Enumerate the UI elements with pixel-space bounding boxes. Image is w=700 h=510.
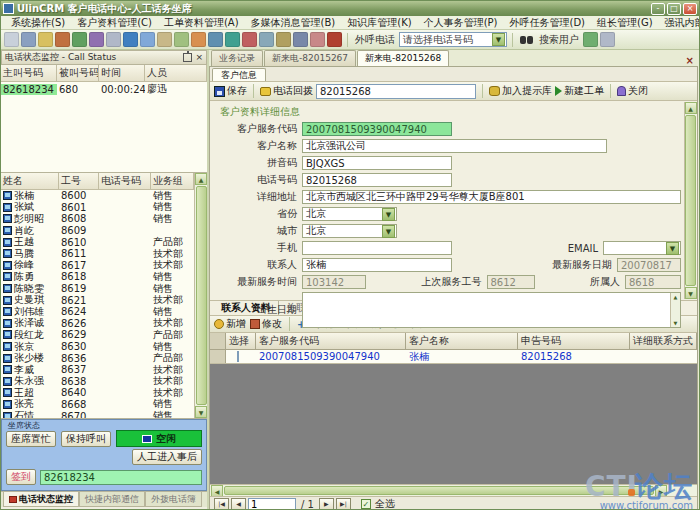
- message-icon[interactable]: [310, 32, 325, 47]
- checkin-number-field[interactable]: [40, 470, 202, 485]
- phone-number-field[interactable]: [302, 173, 452, 187]
- detail-icon[interactable]: [157, 32, 172, 47]
- phone-number-select[interactable]: 请选择电话号码 ▼: [399, 32, 507, 47]
- next-page-button[interactable]: ▶: [319, 498, 334, 510]
- menu-item[interactable]: 多媒体消息管理(B): [245, 16, 342, 30]
- pin-icon[interactable]: [183, 53, 192, 62]
- contact-field[interactable]: [302, 258, 452, 272]
- page-number-input[interactable]: [248, 498, 296, 510]
- scroll-right-icon[interactable]: ▶: [655, 485, 667, 497]
- session-tab-0[interactable]: 业务记录: [211, 50, 263, 66]
- contact-row[interactable]: 2007081509390047940张楠82015268: [210, 350, 697, 364]
- scroll-thumb[interactable]: [224, 486, 654, 495]
- group-icon[interactable]: [259, 32, 274, 47]
- close-button[interactable]: ×: [683, 3, 697, 15]
- staff-name-cell: 石情: [1, 409, 59, 418]
- scroll-down-icon[interactable]: ▼: [195, 406, 207, 418]
- menu-item[interactable]: 知识库管理(K): [341, 16, 417, 30]
- print-icon[interactable]: [293, 32, 308, 47]
- cut-icon[interactable]: [21, 32, 36, 47]
- status-icon[interactable]: [583, 32, 598, 47]
- phone-icon[interactable]: [327, 32, 342, 47]
- new-workorder-button[interactable]: 新建工单: [555, 84, 604, 98]
- field-scrollbar[interactable]: ▲▼: [670, 293, 680, 327]
- minimize-button[interactable]: -: [651, 3, 665, 15]
- search-user-icon[interactable]: [520, 36, 533, 44]
- tool-extra-icon[interactable]: [600, 32, 615, 47]
- staff-row[interactable]: 石情8670销售: [1, 410, 194, 418]
- left-tab-2[interactable]: 外拨电话簿: [145, 492, 202, 507]
- contact-icon[interactable]: [242, 32, 257, 47]
- customer-name-field[interactable]: [302, 139, 607, 153]
- form-scrollbar[interactable]: ▲ ▼: [684, 102, 696, 299]
- scroll-thumb[interactable]: [196, 186, 207, 405]
- add-user-icon[interactable]: [72, 32, 87, 47]
- address-field[interactable]: [302, 190, 681, 204]
- scroll-down-icon[interactable]: ▼: [685, 287, 697, 299]
- menu-item[interactable]: 客户资料管理(C): [71, 16, 158, 30]
- column-header: 人员: [145, 65, 207, 81]
- scroll-left-icon[interactable]: ◀: [211, 485, 223, 497]
- menu-item[interactable]: 外呼任务管理(D): [504, 16, 592, 30]
- last-page-button[interactable]: ▶|: [336, 498, 351, 510]
- report-icon[interactable]: [140, 32, 155, 47]
- left-tab-1[interactable]: 快捷内部通信: [79, 492, 145, 507]
- tabstrip-close-icon[interactable]: ×: [683, 55, 697, 66]
- scroll-thumb[interactable]: [685, 115, 696, 286]
- email-select[interactable]: ▼: [603, 241, 681, 255]
- maximize-button[interactable]: □: [667, 3, 681, 15]
- callback-number-field[interactable]: [316, 84, 476, 99]
- hold-call-button[interactable]: 保持呼叫: [61, 431, 111, 447]
- new-icon[interactable]: [4, 32, 19, 47]
- search-icon[interactable]: [123, 32, 138, 47]
- globe-icon[interactable]: [225, 32, 240, 47]
- first-page-button[interactable]: |◀: [214, 498, 229, 510]
- select-all-checkbox[interactable]: ✓: [361, 499, 371, 509]
- note-icon[interactable]: [174, 32, 189, 47]
- staff-scrollbar[interactable]: ▲ ▼: [194, 173, 207, 418]
- callback-button[interactable]: 电话回拨: [260, 84, 313, 98]
- birthday-field[interactable]: ▲▼: [302, 292, 681, 328]
- service-code-field[interactable]: [302, 122, 452, 136]
- chevron-down-icon[interactable]: ▼: [492, 33, 505, 46]
- horizontal-scrollbar[interactable]: ◀ ▶: [210, 484, 697, 496]
- set-busy-button[interactable]: 座席置忙: [6, 431, 56, 447]
- tab-customer-info[interactable]: 客户信息: [212, 68, 266, 81]
- menu-item[interactable]: 工单资料管理(A): [158, 16, 245, 30]
- chevron-down-icon[interactable]: ▼: [666, 242, 679, 255]
- open-icon[interactable]: [38, 32, 53, 47]
- prev-page-button[interactable]: ◀: [231, 498, 246, 510]
- link-icon[interactable]: [89, 32, 104, 47]
- settings-icon[interactable]: [106, 32, 121, 47]
- add-tip-button[interactable]: 加入提示库: [489, 84, 552, 98]
- chevron-down-icon[interactable]: ▼: [382, 225, 395, 238]
- checkin-button[interactable]: 签到: [6, 469, 36, 485]
- row-selector[interactable]: [210, 350, 226, 363]
- chart-icon[interactable]: [191, 32, 206, 47]
- user-icon[interactable]: [55, 32, 70, 47]
- staff-table: 姓名工号电话号码业务组 张楠8600销售张斌8601销售彭明昭8608销售肖屹8…: [1, 173, 194, 418]
- session-tab-2[interactable]: 新来电-82015268: [357, 50, 449, 66]
- panel-close-icon[interactable]: ×: [195, 53, 203, 62]
- pinyin-field[interactable]: [302, 156, 452, 170]
- mail-icon[interactable]: [208, 32, 223, 47]
- menu-item[interactable]: 强讯内部管理(Q): [659, 16, 700, 30]
- session-tab-1[interactable]: 新来电-82015267: [264, 50, 356, 66]
- chevron-down-icon[interactable]: ▼: [382, 208, 395, 221]
- call-row[interactable]: 8261823468000:00:24廖迅: [1, 82, 207, 96]
- scroll-up-icon[interactable]: ▲: [685, 102, 697, 114]
- city-select[interactable]: 北京 ▼: [302, 224, 397, 238]
- province-select[interactable]: 北京 ▼: [302, 207, 397, 221]
- row-checkbox[interactable]: [237, 351, 239, 362]
- menu-item[interactable]: 系统操作(S): [5, 16, 71, 30]
- menu-item[interactable]: 个人事务管理(P): [418, 16, 504, 30]
- manual-afterwork-button[interactable]: 人工进入事后: [132, 449, 202, 465]
- save-button[interactable]: 保存: [214, 84, 247, 98]
- refresh-icon[interactable]: [276, 32, 291, 47]
- close-session-button[interactable]: 关闭: [617, 84, 648, 98]
- menu-item[interactable]: 组长管理(G): [591, 16, 659, 30]
- scroll-up-icon[interactable]: ▲: [195, 173, 207, 185]
- search-user-button[interactable]: 搜索用户: [539, 33, 579, 47]
- left-tab-0[interactable]: 电话状态监控: [3, 492, 79, 507]
- mobile-field[interactable]: [302, 241, 452, 255]
